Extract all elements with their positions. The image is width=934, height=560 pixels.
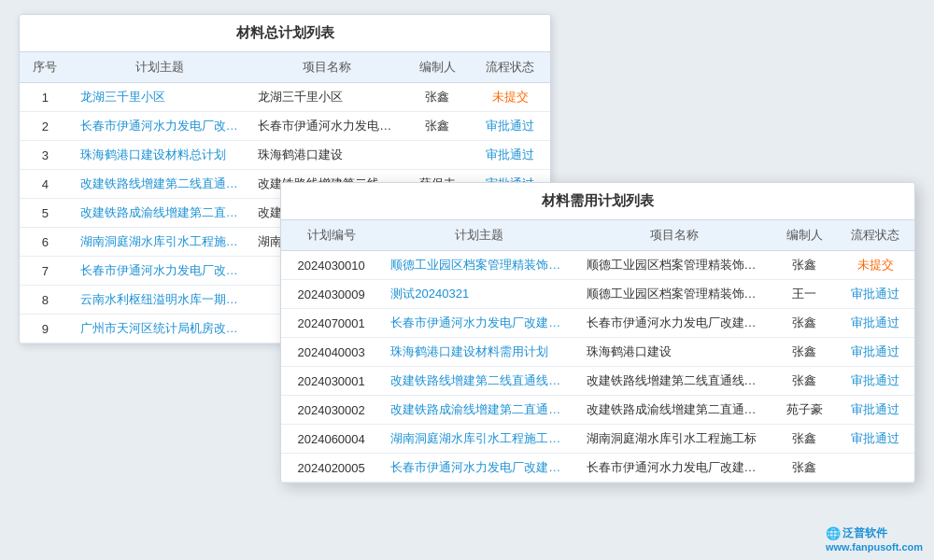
cell-code: 2024030010	[281, 251, 381, 280]
cell-project: 湖南洞庭湖水库引水工程施工标	[577, 425, 772, 454]
cell-theme[interactable]: 顺德工业园区档案管理精装饰工程（...	[381, 251, 576, 280]
cell-theme[interactable]: 改建铁路成渝线增建第二直通线（成渝枢纽...	[71, 199, 249, 228]
cell-status: 审批通过	[836, 338, 914, 367]
cell-editor: 张鑫	[404, 112, 470, 141]
watermark-brand: 泛普软件	[842, 525, 887, 541]
cell-index: 7	[20, 257, 71, 286]
cell-index: 2	[20, 112, 71, 141]
col-theme: 计划主题	[381, 220, 576, 251]
cell-theme[interactable]: 长春市伊通河水力发电厂改建工程材料总计划	[71, 257, 249, 286]
cell-status: 未提交	[836, 251, 914, 280]
table-row[interactable]: 2024070001 长春市伊通河水力发电厂改建工程合... 长春市伊通河水力发…	[281, 309, 914, 338]
cell-status: 审批通过	[836, 425, 914, 454]
cell-project: 顺德工业园区档案管理精装饰工程（...	[577, 251, 772, 280]
table-row[interactable]: 3 珠海鹤港口建设材料总计划 珠海鹤港口建设 审批通过	[20, 141, 550, 170]
col-project: 项目名称	[577, 220, 772, 251]
cell-project: 改建铁路线增建第二线直通线（成都...	[577, 367, 772, 396]
table-row[interactable]: 2024030002 改建铁路成渝线增建第二直通线（成... 改建铁路成渝线增建…	[281, 396, 914, 425]
watermark-icon: 🌐	[826, 526, 841, 540]
need-plan-title: 材料需用计划列表	[281, 183, 914, 220]
cell-theme[interactable]: 改建铁路线增建第二线直通线（成都...	[381, 367, 576, 396]
table-row[interactable]: 2024060004 湖南洞庭湖水库引水工程施工标材... 湖南洞庭湖水库引水工…	[281, 425, 914, 454]
total-plan-header-row: 序号 计划主题 项目名称 编制人 流程状态	[20, 52, 550, 83]
table-row[interactable]: 2024040003 珠海鹤港口建设材料需用计划 珠海鹤港口建设 张鑫 审批通过	[281, 338, 914, 367]
cell-theme[interactable]: 云南水利枢纽溢明水库一期工程施工标材料...	[71, 286, 249, 315]
cell-editor: 张鑫	[404, 83, 470, 112]
need-plan-table: 材料需用计划列表 计划编号 计划主题 项目名称 编制人 流程状态 2024030…	[280, 182, 915, 483]
col-status: 流程状态	[836, 220, 914, 251]
need-plan-header-row: 计划编号 计划主题 项目名称 编制人 流程状态	[281, 220, 914, 251]
cell-theme[interactable]: 珠海鹤港口建设材料需用计划	[381, 338, 576, 367]
watermark: 🌐 泛普软件 www.fanpusoft.com	[826, 525, 923, 553]
col-editor: 编制人	[772, 220, 837, 251]
cell-index: 5	[20, 199, 71, 228]
cell-project: 珠海鹤港口建设	[248, 141, 404, 170]
cell-index: 8	[20, 286, 71, 315]
cell-project: 长春市伊通河水力发电厂改建工程	[577, 309, 772, 338]
cell-editor: 张鑫	[772, 454, 837, 483]
table-row[interactable]: 1 龙湖三千里小区 龙湖三千里小区 张鑫 未提交	[20, 83, 550, 112]
cell-code: 2024040003	[281, 338, 381, 367]
cell-editor: 张鑫	[772, 425, 837, 454]
cell-theme[interactable]: 改建铁路成渝线增建第二直通线（成...	[381, 396, 576, 425]
watermark-url: www.fanpusoft.com	[826, 541, 923, 553]
cell-theme[interactable]: 测试20240321	[381, 280, 576, 309]
table-row[interactable]: 2024030001 改建铁路线增建第二线直通线（成都... 改建铁路线增建第二…	[281, 367, 914, 396]
cell-code: 2024030009	[281, 280, 381, 309]
cell-status: 审批通过	[836, 396, 914, 425]
table-row[interactable]: 2024020005 长春市伊通河水力发电厂改建工程材... 长春市伊通河水力发…	[281, 454, 914, 483]
cell-theme[interactable]: 长春市伊通河水力发电厂改建工程合...	[381, 309, 576, 338]
cell-project: 改建铁路成渝线增建第二直通线（成...	[577, 396, 772, 425]
cell-code: 2024060004	[281, 425, 381, 454]
cell-index: 3	[20, 141, 71, 170]
cell-project: 顺德工业园区档案管理精装饰工程（...	[577, 280, 772, 309]
cell-editor: 张鑫	[772, 309, 837, 338]
cell-status: 审批通过	[470, 112, 550, 141]
cell-project: 龙湖三千里小区	[248, 83, 404, 112]
cell-code: 2024070001	[281, 309, 381, 338]
need-plan-data-table: 计划编号 计划主题 项目名称 编制人 流程状态 2024030010 顺德工业园…	[281, 220, 914, 483]
cell-editor	[404, 141, 470, 170]
cell-project: 珠海鹤港口建设	[577, 338, 772, 367]
cell-code: 2024030001	[281, 367, 381, 396]
cell-project: 长春市伊通河水力发电厂改建工程	[248, 112, 404, 141]
cell-project: 长春市伊通河水力发电厂改建工程	[577, 454, 772, 483]
table-row[interactable]: 2024030010 顺德工业园区档案管理精装饰工程（... 顺德工业园区档案管…	[281, 251, 914, 280]
cell-theme[interactable]: 龙湖三千里小区	[71, 83, 249, 112]
cell-theme[interactable]: 湖南洞庭湖水库引水工程施工标材...	[381, 425, 576, 454]
table-row[interactable]: 2024030009 测试20240321 顺德工业园区档案管理精装饰工程（..…	[281, 280, 914, 309]
cell-status	[836, 454, 914, 483]
cell-theme[interactable]: 改建铁路线增建第二线直通线（成都-西安）...	[71, 170, 249, 199]
col-code: 计划编号	[281, 220, 381, 251]
cell-index: 4	[20, 170, 71, 199]
cell-status: 审批通过	[836, 309, 914, 338]
cell-status: 审批通过	[470, 141, 550, 170]
cell-status: 未提交	[470, 83, 550, 112]
col-index: 序号	[20, 52, 71, 83]
cell-editor: 王一	[772, 280, 837, 309]
cell-index: 6	[20, 228, 71, 257]
cell-editor: 张鑫	[772, 251, 837, 280]
col-status: 流程状态	[470, 52, 550, 83]
cell-theme[interactable]: 湖南洞庭湖水库引水工程施工标材料总计划	[71, 228, 249, 257]
cell-index: 1	[20, 83, 71, 112]
cell-theme[interactable]: 长春市伊通河水力发电厂改建工程材...	[381, 454, 576, 483]
cell-status: 审批通过	[836, 367, 914, 396]
cell-theme[interactable]: 珠海鹤港口建设材料总计划	[71, 141, 249, 170]
cell-editor: 张鑫	[772, 367, 837, 396]
cell-code: 2024030002	[281, 396, 381, 425]
cell-index: 9	[20, 315, 71, 343]
col-project: 项目名称	[248, 52, 404, 83]
col-theme: 计划主题	[71, 52, 249, 83]
cell-theme[interactable]: 长春市伊通河水力发电厂改建工程合同材料...	[71, 112, 249, 141]
cell-code: 2024020005	[281, 454, 381, 483]
cell-status: 审批通过	[836, 280, 914, 309]
cell-theme[interactable]: 广州市天河区统计局机房改造项目材料总计划	[71, 315, 249, 343]
cell-editor: 苑子豪	[772, 396, 837, 425]
col-editor: 编制人	[404, 52, 470, 83]
total-plan-title: 材料总计划列表	[20, 15, 550, 52]
cell-editor: 张鑫	[772, 338, 837, 367]
table-row[interactable]: 2 长春市伊通河水力发电厂改建工程合同材料... 长春市伊通河水力发电厂改建工程…	[20, 112, 550, 141]
